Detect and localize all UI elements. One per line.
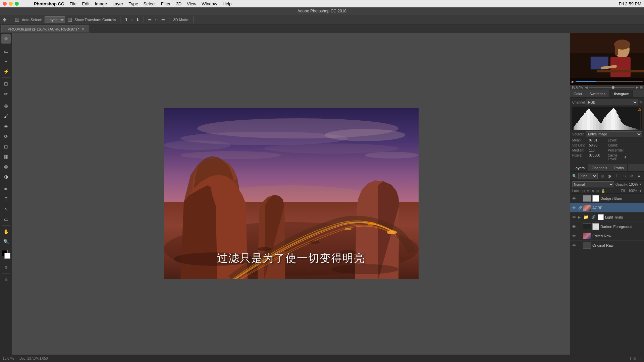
align-top[interactable]: ⬆ [124,17,128,22]
menu-photoshop[interactable]: Photoshop CC [34,1,64,6]
tab-paths[interactable]: Paths [611,164,628,171]
align-hcenter[interactable]: ↔ [154,17,159,22]
channel-select[interactable]: RGB Red Green Blue [586,100,638,105]
crop-tool[interactable]: ⊡ [1,79,11,88]
menu-3d[interactable]: 3D [176,1,182,6]
search-icon: 🔍 [572,174,577,178]
shape-filter-icon[interactable]: ▭ [621,173,627,179]
svg-rect-91 [608,113,608,130]
svg-rect-43 [576,124,576,130]
hand-tool[interactable]: ✋ [1,227,11,236]
zoom-expand-icon[interactable]: ⊞ [640,85,643,89]
more-tools-icon[interactable]: ··· [1,344,11,353]
source-select[interactable]: Entire Image Selected Layer [586,131,642,137]
move-tool[interactable]: ✥ [1,34,11,44]
align-vcenter[interactable]: ↕ [131,17,133,22]
zoom-increase-icon[interactable]: ▶ [636,85,639,89]
lock-pixels-icon[interactable]: ✏ [587,189,590,193]
layer-item[interactable]: 👁 Darken Foreground [570,222,644,231]
menu-layer[interactable]: Layer [112,1,123,6]
refresh-icon[interactable]: ↻ [639,101,642,104]
auto-select-dropdown[interactable]: Layer Group [45,16,65,23]
align-right[interactable]: ➡ [161,17,165,22]
type-filter-icon[interactable]: T [614,173,620,179]
layer-visibility-icon[interactable]: 👁 [572,206,577,210]
align-bottom[interactable]: ⬇ [136,17,140,22]
play-icon[interactable]: ▶ [572,80,574,83]
layer-visibility-icon[interactable]: 👁 [572,243,577,247]
menu-filter[interactable]: Filter [161,1,171,6]
layer-item[interactable]: 👁 🔗 ACRF [570,203,644,213]
tab-layers[interactable]: Layers [570,164,588,171]
history-brush-tool[interactable]: ⟳ [1,132,11,141]
canvas-area[interactable]: 过滤只是为了使一切变得明亮 [12,33,570,355]
pen-tool[interactable]: ✒ [1,184,11,194]
menu-help[interactable]: Help [222,1,231,6]
zoom-slider[interactable] [589,87,635,88]
kind-select[interactable]: Kind [578,173,598,179]
zoom-decrease-icon[interactable]: ◀ [585,85,588,89]
type-tool[interactable]: T [1,194,11,204]
apple-menu[interactable]:  [27,1,29,6]
layer-item[interactable]: 👁 Dodge / Burn [570,194,644,203]
foreground-color-swatch[interactable] [2,250,10,259]
layer-item[interactable]: 👁 Original Raw [570,241,644,250]
screen-mode-icon[interactable]: ⊞ [1,275,11,284]
layer-visibility-icon[interactable]: 👁 [572,215,577,219]
eyedropper-tool[interactable]: ✏ [1,89,11,99]
menu-window[interactable]: Window [202,1,217,6]
fill-dropdown-icon[interactable]: ▼ [639,189,642,193]
dodge-tool[interactable]: ◑ [1,172,11,181]
menu-file[interactable]: File [69,1,76,6]
brush-tool[interactable]: 🖌 [1,112,11,121]
layer-visibility-icon[interactable]: 👁 [572,196,577,200]
lock-position-icon[interactable]: ✥ [592,189,594,193]
layer-item[interactable]: 👁 ▶ 📁 🔗 Light Trials [570,213,644,222]
smart-filter-icon[interactable]: ⊕ [629,173,635,179]
align-left[interactable]: ⬅ [148,17,152,22]
tab-histogram[interactable]: Histogram [609,90,633,97]
zoom-tool[interactable]: 🔍 [1,237,11,246]
gradient-tool[interactable]: ▦ [1,152,11,161]
clone-stamp-tool[interactable]: ⊕ [1,122,11,131]
tab-close-icon[interactable]: ✕ [82,27,84,31]
menu-edit[interactable]: Edit [82,1,89,6]
quick-select-tool[interactable]: ⚡ [1,67,11,76]
maximize-button[interactable] [15,2,19,6]
document-tab[interactable]: _PRO3436.psd @ 16.7% (ACRF, RGB/16*) * ✕ [1,25,89,33]
layer-visibility-icon[interactable]: 👁 [572,225,577,229]
lock-artboard-icon[interactable]: ⊞ [596,189,599,193]
group-arrow-icon[interactable]: ▶ [578,216,582,219]
blend-mode-select[interactable]: Normal Multiply Screen Overlay Soft Ligh… [572,181,614,187]
filter-toggle-icon[interactable]: ● [636,173,642,179]
tab-channels[interactable]: Channels [588,164,611,171]
transform-checkbox[interactable] [68,18,72,22]
svg-rect-80 [600,123,601,130]
rectangular-marquee-tool[interactable]: ▭ [1,47,11,56]
eraser-tool[interactable]: ◻ [1,142,11,151]
lasso-tool[interactable]: ⌖ [1,57,11,66]
path-select-tool[interactable]: ↖ [1,204,11,214]
tab-swatches[interactable]: Swatches [586,90,609,97]
menu-image[interactable]: Image [95,1,107,6]
tab-color[interactable]: Color [570,90,586,97]
menu-type[interactable]: Type [128,1,138,6]
blur-tool[interactable]: ◎ [1,162,11,171]
pixel-filter-icon[interactable]: ⊞ [599,173,605,179]
opacity-dropdown-icon[interactable]: ▼ [639,183,642,186]
healing-brush-tool[interactable]: ✙ [1,102,11,111]
layer-item[interactable]: 👁 Edited Raw [570,231,644,241]
quick-mask-icon[interactable]: ⊗ [1,262,11,272]
minimize-button[interactable] [9,2,13,6]
mac-window-buttons[interactable] [3,2,19,6]
adjustment-filter-icon[interactable]: ◑ [606,173,612,179]
close-button[interactable] [3,2,7,6]
lock-all-icon[interactable]: 🔒 [601,189,605,193]
auto-select-checkbox[interactable] [15,18,19,22]
menu-view[interactable]: View [187,1,196,6]
video-progress-bar[interactable] [576,81,643,82]
shape-tool[interactable]: ▭ [1,215,11,224]
menu-select[interactable]: Select [144,1,156,6]
layer-visibility-icon[interactable]: 👁 [572,234,577,238]
lock-transparent-icon[interactable]: ⊡ [582,189,585,193]
